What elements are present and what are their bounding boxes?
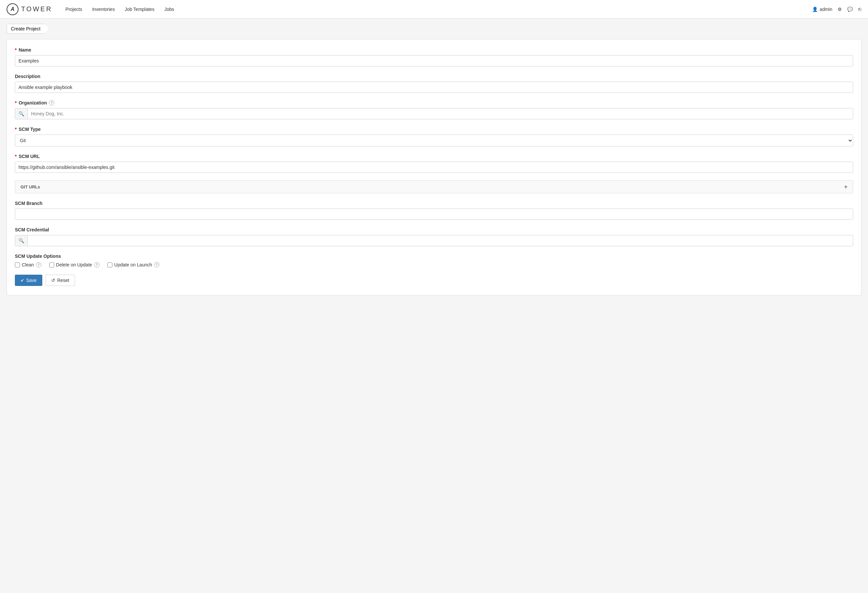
description-group: Description [15,74,853,93]
scm-credential-label: SCM Credential [15,227,853,232]
nav-item-projects[interactable]: Projects [65,5,82,13]
clean-label: Clean [22,262,34,267]
description-label: Description [15,74,853,79]
required-star-scm-type: * [15,127,16,132]
organization-search-icon-btn[interactable]: 🔍 [15,108,28,119]
delete-on-update-help-icon[interactable]: ? [94,262,99,267]
delete-on-update-checkbox-item[interactable]: Delete on Update ? [49,262,99,267]
scm-credential-search-icon-btn[interactable]: 🔍 [15,235,28,246]
name-input[interactable] [15,55,853,66]
scm-branch-input[interactable] [15,209,853,220]
organization-label: * Organization ? [15,100,853,105]
search-icon-credential: 🔍 [19,238,24,243]
organization-group: * Organization ? 🔍 [15,100,853,119]
organization-help-icon[interactable]: ? [49,100,54,105]
breadcrumb: Create Project [0,19,868,39]
nav-item-inventories[interactable]: Inventories [92,5,115,13]
scm-url-input[interactable] [15,162,853,173]
save-label: Save [26,278,37,283]
scm-branch-group: SCM Branch [15,201,853,220]
create-project-button[interactable]: Create Project [7,24,49,34]
search-icon: 🔍 [19,111,24,117]
user-info: admin [812,7,832,12]
scm-credential-group: SCM Credential 🔍 [15,227,853,246]
user-icon [812,7,818,12]
update-on-launch-checkbox-item[interactable]: Update on Launch ? [108,262,159,267]
save-button[interactable]: Save [15,275,42,286]
save-icon [21,278,24,283]
git-urls-panel: GIT URLs + [15,180,853,193]
nav-item-jobs[interactable]: Jobs [164,5,174,13]
reset-icon [51,278,55,283]
scm-branch-label: SCM Branch [15,201,853,206]
required-star-name: * [15,47,16,53]
git-urls-header[interactable]: GIT URLs + [15,180,853,193]
update-on-launch-help-icon[interactable]: ? [154,262,159,267]
reset-label: Reset [57,278,69,283]
scm-credential-search-wrapper: 🔍 [15,235,853,246]
git-urls-plus-icon[interactable]: + [844,184,847,190]
clean-help-icon[interactable]: ? [36,262,41,267]
navbar-right: admin [812,6,861,12]
scm-update-options-group: SCM Update Options Clean ? Delete on Upd… [15,254,853,267]
button-row: Save Reset [15,275,853,286]
nav-item-job-templates[interactable]: Job Templates [125,5,154,13]
chat-icon[interactable] [847,7,853,12]
description-input[interactable] [15,82,853,93]
navbar: A TOWER Projects Inventories Job Templat… [0,0,868,19]
scm-update-options-label: SCM Update Options [15,254,853,259]
clean-checkbox[interactable] [15,263,20,267]
git-urls-label: GIT URLs [21,184,40,189]
required-star-scm-url: * [15,154,16,159]
update-on-launch-checkbox[interactable] [108,263,112,267]
update-on-launch-label: Update on Launch [114,262,152,267]
main-nav: Projects Inventories Job Templates Jobs [65,5,812,13]
scm-type-select[interactable]: Git SVN Mercurial [15,134,853,146]
create-project-form: * Name Description * Organization ? 🔍 * … [7,39,861,295]
exit-icon[interactable] [858,6,861,12]
clean-checkbox-item[interactable]: Clean ? [15,262,41,267]
scm-type-label: * SCM Type [15,127,853,132]
scm-credential-input[interactable] [28,235,853,246]
checkbox-group: Clean ? Delete on Update ? Update on Lau… [15,262,853,267]
delete-on-update-label: Delete on Update [56,262,92,267]
scm-type-group: * SCM Type Git SVN Mercurial [15,127,853,146]
wrench-icon[interactable] [838,7,842,12]
name-group: * Name [15,47,853,66]
logo-icon: A [7,3,19,15]
logo-text: TOWER [21,5,52,13]
organization-input[interactable] [28,108,853,119]
delete-on-update-checkbox[interactable] [49,263,54,267]
reset-button[interactable]: Reset [46,275,75,286]
name-label: * Name [15,47,853,53]
scm-url-label: * SCM URL [15,154,853,159]
logo: A TOWER [7,3,52,15]
organization-search-wrapper: 🔍 [15,108,853,119]
scm-url-group: * SCM URL [15,154,853,173]
username: admin [820,7,832,12]
required-star-org: * [15,100,16,105]
